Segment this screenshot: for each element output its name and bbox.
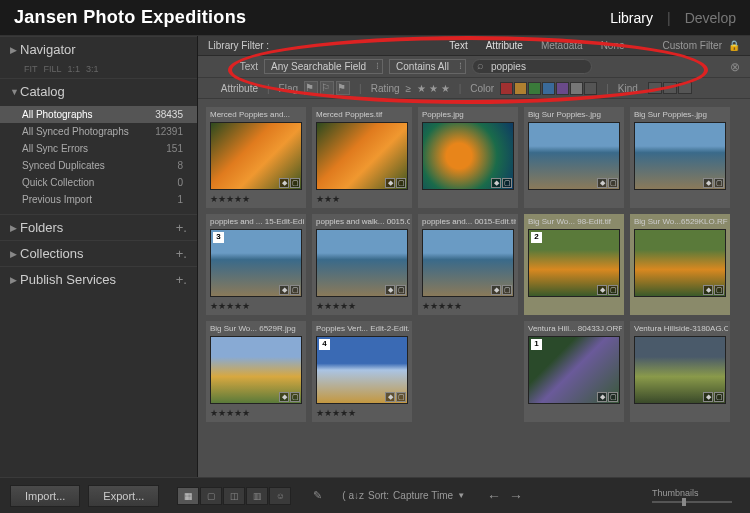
color-swatch[interactable] (514, 82, 527, 95)
catalog-item[interactable]: All Photographs38435 (0, 106, 197, 123)
chevron-right-icon: ▶ (10, 249, 20, 259)
add-icon[interactable]: +. (176, 272, 187, 287)
badge-icon: ▢ (290, 178, 300, 188)
badge-icon: ◆ (279, 285, 289, 295)
filter-tab-none[interactable]: None (595, 38, 631, 53)
view-survey-icon[interactable]: ▥ (246, 487, 268, 505)
thumbnail[interactable]: Poppies Vert... Edit-2-Edit.tif4◆▢★★★★★ (312, 321, 412, 422)
color-swatch[interactable] (584, 82, 597, 95)
add-icon[interactable]: +. (176, 246, 187, 261)
thumbnail[interactable]: Big Sur Poppies-.jpg◆▢ (524, 107, 624, 208)
color-swatch[interactable] (542, 82, 555, 95)
thumbnail-rating[interactable]: ★★★ (314, 192, 410, 206)
export-button[interactable]: Export... (88, 485, 159, 507)
thumbnail-filename: Big Sur Wo...6529KLO.RF (632, 216, 728, 227)
filter-tab-metadata[interactable]: Metadata (535, 38, 589, 53)
catalog-item[interactable]: All Synced Photographs12391 (0, 123, 197, 140)
next-photo-icon[interactable]: → (509, 488, 523, 504)
thumbnail-rating[interactable]: ★★★★★ (420, 299, 516, 313)
module-develop[interactable]: Develop (685, 10, 736, 26)
badge-icon: ◆ (491, 178, 501, 188)
custom-filter-dropdown[interactable]: Custom Filter (663, 40, 722, 51)
rating-stars[interactable]: ★ ★ ★ (417, 83, 450, 94)
badge-icon: ▢ (608, 178, 618, 188)
thumbnail-rating[interactable] (632, 406, 728, 410)
navigator-header[interactable]: ▶ Navigator (0, 36, 197, 62)
lock-icon[interactable]: 🔒 (728, 40, 740, 51)
catalog-item[interactable]: Synced Duplicates8 (0, 157, 197, 174)
flag-rejected-icon[interactable]: ⚑ (336, 81, 350, 95)
badge-icon: ◆ (491, 285, 501, 295)
view-compare-icon[interactable]: ◫ (223, 487, 245, 505)
flag-unflagged-icon[interactable]: ⚐ (320, 81, 334, 95)
thumbnail-rating[interactable] (526, 192, 622, 196)
thumbnail-size-slider[interactable] (652, 501, 732, 503)
folders-header[interactable]: ▶ Folders +. (0, 214, 197, 240)
catalog-header[interactable]: ▼ Catalog (0, 78, 197, 104)
search-field-dropdown[interactable]: Any Searchable Field (264, 59, 383, 74)
thumbnail[interactable]: Ventura Hill... 80433J.ORF1◆▢ (524, 321, 624, 422)
thumbnail[interactable]: Merced Poppies and...◆▢★★★★★ (206, 107, 306, 208)
badge-icon: ◆ (385, 285, 395, 295)
sort-field-dropdown[interactable]: Capture Time (393, 490, 453, 501)
thumbnail[interactable]: poppies and... 0015-Edit.tif◆▢★★★★★ (418, 214, 518, 315)
prev-photo-icon[interactable]: ← (487, 488, 501, 504)
color-label: Color (470, 83, 494, 94)
catalog-item[interactable]: Previous Import1 (0, 191, 197, 208)
collections-header[interactable]: ▶ Collections +. (0, 240, 197, 266)
chevron-right-icon: ▶ (10, 45, 20, 55)
import-button[interactable]: Import... (10, 485, 80, 507)
clear-filter-icon[interactable]: ⊗ (730, 60, 740, 74)
view-loupe-icon[interactable]: ▢ (200, 487, 222, 505)
filter-tab-text[interactable]: Text (443, 38, 473, 53)
thumbnail[interactable]: Ventura Hillside-3180AG.ORF◆▢ (630, 321, 730, 422)
module-library[interactable]: Library (610, 10, 653, 26)
color-swatch[interactable] (528, 82, 541, 95)
filter-tab-attribute[interactable]: Attribute (480, 38, 529, 53)
thumbnail-rating[interactable] (420, 192, 516, 196)
add-icon[interactable]: +. (176, 220, 187, 235)
thumbnail-rating[interactable] (632, 299, 728, 303)
search-input[interactable] (472, 59, 592, 74)
thumbnail-image: ◆▢ (210, 336, 302, 404)
thumbnail-filename: poppies and ... 15-Edit-Edit.tif (208, 216, 304, 227)
sort-direction-icon[interactable]: ( a↓z (342, 490, 364, 501)
thumbnail-rating[interactable] (526, 406, 622, 410)
thumbnail[interactable]: Merced Poppies.tif◆▢★★★ (312, 107, 412, 208)
thumbnail[interactable]: Big Sur Wo... 98-Edit.tif2◆▢ (524, 214, 624, 315)
painter-icon[interactable]: ✎ (313, 489, 322, 502)
thumbnail[interactable]: Big Sur Poppies-.jpg◆▢ (630, 107, 730, 208)
rating-op[interactable]: ≥ (406, 83, 412, 94)
color-swatch[interactable] (556, 82, 569, 95)
view-people-icon[interactable]: ☺ (269, 487, 291, 505)
thumbnail-filename: poppies and... 0015-Edit.tif (420, 216, 516, 227)
thumbnail-rating[interactable]: ★★★★★ (208, 192, 304, 206)
thumbnail-rating[interactable] (632, 192, 728, 196)
thumbnail[interactable]: poppies and walk... 0015.ORF◆▢★★★★★ (312, 214, 412, 315)
thumbnail[interactable]: Big Sur Wo... 6529R.jpg◆▢★★★★★ (206, 321, 306, 422)
navigator-zoom[interactable]: FITFILL1:13:1 (0, 62, 197, 78)
thumbnail-filename: Big Sur Poppies-.jpg (632, 109, 728, 120)
thumbnail-rating[interactable]: ★★★★★ (208, 299, 304, 313)
catalog-item[interactable]: Quick Collection0 (0, 174, 197, 191)
kind-master-icon[interactable] (648, 82, 662, 94)
flag-picked-icon[interactable]: ⚑ (304, 81, 318, 95)
catalog-item[interactable]: All Sync Errors151 (0, 140, 197, 157)
thumbnail-rating[interactable] (526, 299, 622, 303)
publish-header[interactable]: ▶ Publish Services +. (0, 266, 197, 292)
kind-virtual-icon[interactable] (663, 82, 677, 94)
thumbnail-rating[interactable]: ★★★★★ (208, 406, 304, 420)
thumbnail[interactable]: Poppies.jpg◆▢ (418, 107, 518, 208)
stack-count-badge: 3 (213, 232, 224, 243)
color-swatch[interactable] (570, 82, 583, 95)
thumbnail[interactable]: poppies and ... 15-Edit-Edit.tif3◆▢★★★★★ (206, 214, 306, 315)
search-rule-dropdown[interactable]: Contains All (389, 59, 466, 74)
color-swatch[interactable] (500, 82, 513, 95)
view-grid-icon[interactable]: ▦ (177, 487, 199, 505)
thumbnail[interactable]: Big Sur Wo...6529KLO.RF◆▢ (630, 214, 730, 315)
thumbnail-rating[interactable]: ★★★★★ (314, 299, 410, 313)
thumbnail-rating[interactable]: ★★★★★ (314, 406, 410, 420)
stack-count-badge: 2 (531, 232, 542, 243)
kind-video-icon[interactable] (678, 82, 692, 94)
badge-icon: ▢ (396, 392, 406, 402)
